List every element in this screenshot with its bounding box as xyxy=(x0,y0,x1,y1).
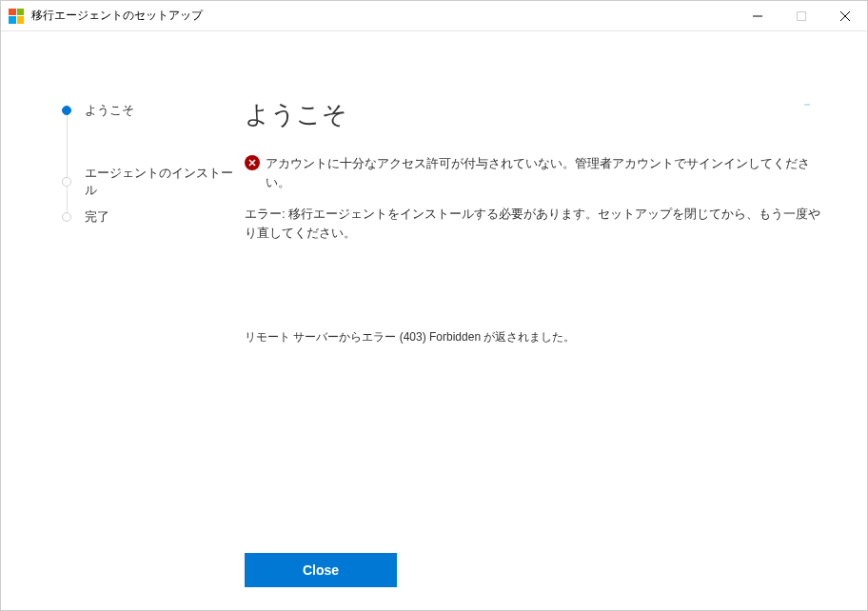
footer: Close xyxy=(245,553,397,587)
close-window-button[interactable] xyxy=(823,1,867,30)
step-label: 完了 xyxy=(85,208,109,226)
titlebar: 移行エージェントのセットアップ xyxy=(1,1,867,31)
page-title: ようこそ xyxy=(245,98,829,131)
decorative-mark xyxy=(804,104,810,106)
step-dot-icon xyxy=(62,212,71,222)
error-row: アカウントに十分なアクセス許可が付与されていない。管理者アカウントでサインインし… xyxy=(245,154,829,191)
maximize-button xyxy=(779,1,823,30)
error-icon xyxy=(245,155,260,170)
minimize-button[interactable] xyxy=(736,1,779,30)
window-title: 移行エージェントのセットアップ xyxy=(31,8,203,24)
window-controls xyxy=(736,1,867,30)
svg-rect-1 xyxy=(798,11,806,20)
server-error-text: リモート サーバーからエラー (403) Forbidden が返されました。 xyxy=(245,329,829,345)
step-label: ようこそ xyxy=(85,102,134,119)
step-complete: 完了 xyxy=(62,208,245,226)
error-message: アカウントに十分なアクセス許可が付与されていない。管理者アカウントでサインインし… xyxy=(266,154,829,191)
microsoft-logo-icon xyxy=(9,9,24,24)
close-button[interactable]: Close xyxy=(245,553,397,587)
step-dot-icon xyxy=(62,177,71,187)
step-dot-icon xyxy=(62,106,71,115)
body-area: ようこそ エージェントのインストール 完了 ようこそ アカウントに十分なアクセス… xyxy=(1,31,867,610)
step-welcome: ようこそ xyxy=(62,102,245,119)
step-label: エージェントのインストール xyxy=(85,165,245,199)
main-content: ようこそ アカウントに十分なアクセス許可が付与されていない。管理者アカウントでサ… xyxy=(245,31,867,610)
step-install-agent: エージェントのインストール xyxy=(62,155,245,208)
sidebar: ようこそ エージェントのインストール 完了 xyxy=(1,31,245,610)
instruction-text: エラー: 移行エージェントをインストールする必要があります。セットアップを閉じて… xyxy=(245,205,829,242)
steps-list: ようこそ エージェントのインストール 完了 xyxy=(62,102,245,226)
